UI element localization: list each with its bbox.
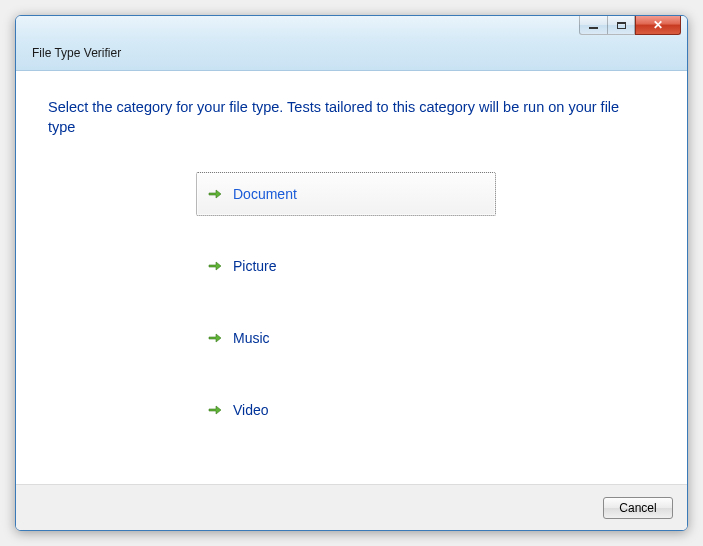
arrow-right-icon	[207, 402, 223, 418]
window-controls: ✕	[579, 16, 681, 35]
arrow-right-icon	[207, 330, 223, 346]
cancel-button[interactable]: Cancel	[603, 497, 673, 519]
option-picture[interactable]: Picture	[196, 244, 496, 288]
close-button[interactable]: ✕	[635, 16, 681, 35]
option-video[interactable]: Video	[196, 388, 496, 432]
option-label: Document	[233, 186, 297, 202]
minimize-button[interactable]	[579, 16, 607, 35]
arrow-right-icon	[207, 186, 223, 202]
maximize-icon	[617, 22, 626, 29]
option-label: Video	[233, 402, 269, 418]
option-document[interactable]: Document	[196, 172, 496, 216]
titlebar: File Type Verifier ✕	[16, 16, 687, 71]
maximize-button[interactable]	[607, 16, 635, 35]
option-label: Picture	[233, 258, 277, 274]
option-music[interactable]: Music	[196, 316, 496, 360]
arrow-right-icon	[207, 258, 223, 274]
instruction-text: Select the category for your file type. …	[48, 97, 638, 138]
content-area: Select the category for your file type. …	[16, 71, 687, 484]
client-area: Select the category for your file type. …	[16, 71, 687, 530]
dialog-window: File Type Verifier ✕ Select the category…	[15, 15, 688, 531]
dialog-footer: Cancel	[16, 484, 687, 530]
option-label: Music	[233, 330, 270, 346]
minimize-icon	[589, 27, 598, 29]
close-icon: ✕	[653, 19, 663, 31]
window-title: File Type Verifier	[32, 46, 121, 64]
category-options: Document Picture Music	[196, 172, 655, 432]
